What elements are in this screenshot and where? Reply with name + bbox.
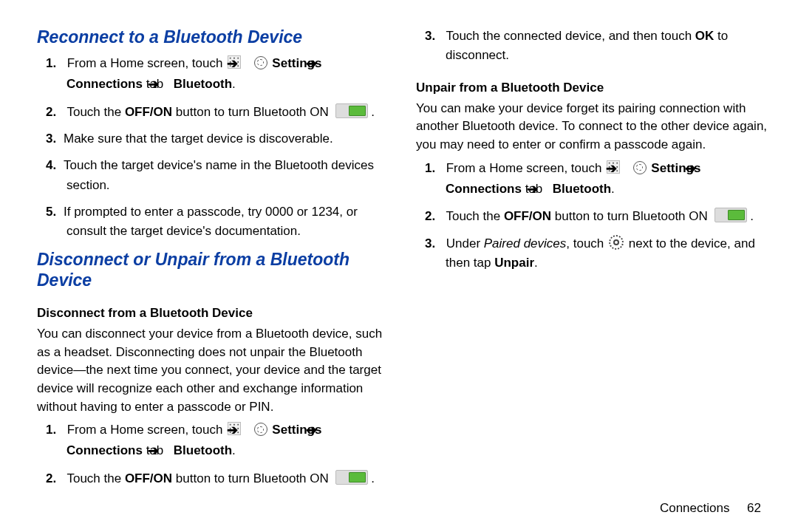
list-item: Touch the OFF/ON button to turn Bluetoot… — [66, 469, 389, 488]
list-item: Make sure that the target device is disc… — [66, 129, 389, 149]
toggle-on-icon — [335, 103, 368, 118]
page-footer: Connections 62 — [660, 501, 761, 516]
page-number: 62 — [747, 501, 761, 515]
list-item: If prompted to enter a passcode, try 000… — [66, 202, 389, 242]
manual-page: Reconnect to a Bluetooth Device From a H… — [0, 0, 798, 532]
heading-reconnect: Reconnect to a Bluetooth Device — [37, 27, 389, 48]
list-item: Touch the OFF/ON button to turn Bluetoot… — [446, 207, 768, 226]
list-item: Touch the connected device, and then tou… — [446, 27, 768, 66]
gear-icon — [609, 235, 624, 250]
list-item: From a Home screen, touch ➔ Settings ➔ C… — [66, 54, 389, 95]
heading-disconnect-unpair: Disconnect or Unpair from a Bluetooth De… — [37, 249, 389, 292]
disconnect-steps: From a Home screen, touch ➔ Settings ➔ C… — [37, 420, 389, 488]
reconnect-steps: From a Home screen, touch ➔ Settings ➔ C… — [37, 54, 389, 242]
list-item: Under Paired devices, touch next to the … — [446, 234, 768, 273]
arrow-icon: ➔ — [246, 420, 249, 441]
unpair-paragraph: You can make your device forget its pair… — [416, 100, 768, 154]
arrow-icon: ➔ — [325, 54, 328, 75]
toggle-on-icon — [335, 470, 368, 485]
toggle-on-icon — [715, 208, 747, 222]
list-item: From a Home screen, touch ➔ Settings ➔ C… — [66, 420, 389, 462]
settings-icon — [254, 56, 267, 69]
list-item: Touch the target device's name in the Bl… — [66, 156, 389, 195]
disconnect-steps-continued: Touch the connected device, and then tou… — [416, 27, 768, 66]
settings-icon — [633, 161, 647, 174]
subheading-unpair: Unpair from a Bluetooth Device — [416, 81, 768, 95]
arrow-icon: ➔ — [625, 159, 628, 180]
arrow-icon: ➔ — [167, 441, 170, 462]
list-item: Touch the OFF/ON button to turn Bluetoot… — [66, 103, 389, 122]
subheading-disconnect: Disconnect from a Bluetooth Device — [37, 306, 389, 321]
arrow-icon: ➔ — [167, 75, 170, 95]
arrow-icon: ➔ — [246, 54, 249, 75]
footer-section-name: Connections — [660, 501, 730, 515]
arrow-icon: ➔ — [325, 420, 328, 441]
disconnect-paragraph: You can disconnect your device from a Bl… — [37, 325, 389, 416]
settings-icon — [254, 423, 267, 436]
arrow-icon: ➔ — [704, 159, 707, 180]
unpair-steps: From a Home screen, touch ➔ Settings ➔ C… — [416, 159, 768, 273]
list-item: From a Home screen, touch ➔ Settings ➔ C… — [446, 159, 768, 200]
arrow-icon: ➔ — [546, 180, 549, 200]
